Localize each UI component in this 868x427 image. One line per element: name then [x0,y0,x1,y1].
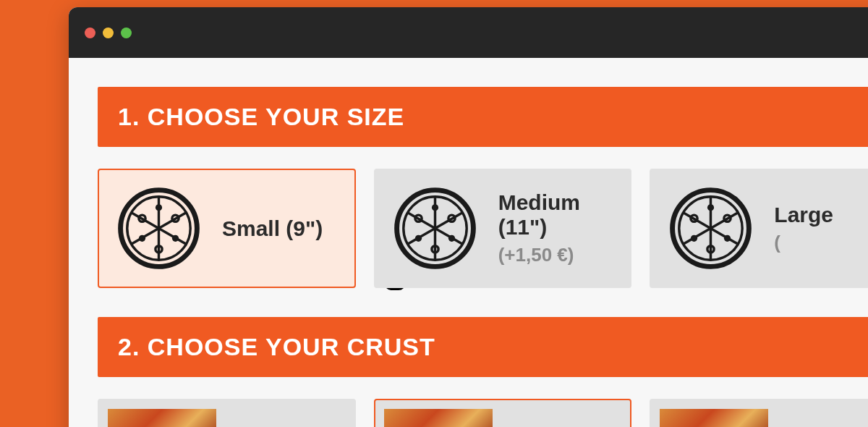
option-text: Medium (11") (+1,50 €) [498,190,613,266]
crust-image [660,409,768,427]
crust-section-header: 2. CHOOSE YOUR CRUST [98,317,868,377]
size-option-medium[interactable]: Medium (11") (+1,50 €) [374,169,632,288]
crust-image [108,409,216,427]
window-title-bar [69,7,868,58]
svg-point-5 [156,204,162,211]
svg-point-29 [724,235,731,242]
option-text: Small (9") [222,216,323,241]
crust-image [384,409,493,427]
crust-option[interactable] [650,399,868,427]
svg-point-27 [707,204,714,211]
svg-point-20 [415,235,422,242]
size-header-label: 1. CHOOSE YOUR SIZE [118,103,404,130]
browser-window: 1. CHOOSE YOUR SIZE Sma [69,7,868,427]
pizza-icon [669,187,752,270]
crust-options-row [98,399,868,427]
size-option-large[interactable]: Large ( [650,169,868,288]
crust-option[interactable] [374,399,632,427]
pizza-icon [117,187,200,270]
size-label: Medium (11") [498,190,613,240]
svg-point-18 [448,235,455,242]
crust-header-label: 2. CHOOSE YOUR CRUST [118,333,435,360]
page-content: 1. CHOOSE YOUR SIZE Sma [69,58,868,427]
size-options-row: Small (9") [98,169,868,288]
svg-point-16 [432,204,438,211]
size-option-small[interactable]: Small (9") [98,169,356,288]
close-window-button[interactable] [85,28,95,38]
minimize-window-button[interactable] [103,28,114,38]
svg-point-31 [691,235,697,242]
size-label: Large [774,203,833,227]
maximize-window-button[interactable] [121,28,132,38]
size-section-header: 1. CHOOSE YOUR SIZE [98,87,868,147]
pizza-icon [393,187,477,270]
size-price: (+1,50 €) [498,244,613,266]
svg-point-9 [139,235,145,242]
size-price: ( [774,232,833,254]
size-label: Small (9") [222,216,323,241]
crust-option[interactable] [98,399,356,427]
svg-point-7 [172,235,179,242]
option-text: Large ( [774,203,833,254]
